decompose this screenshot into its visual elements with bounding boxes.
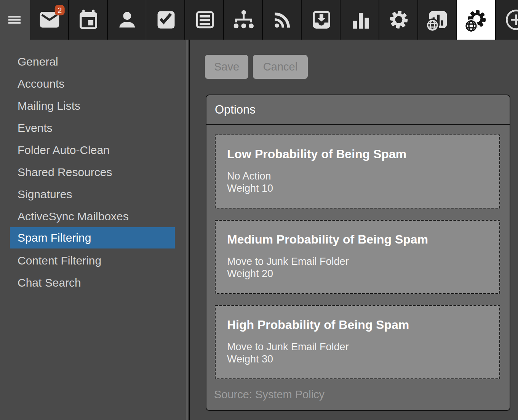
- svg-text:2: 2: [58, 6, 62, 14]
